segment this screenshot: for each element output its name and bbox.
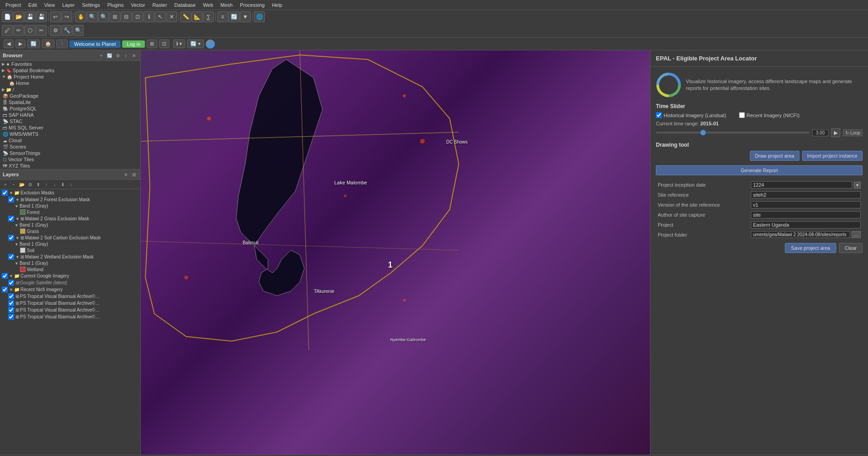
layer-nicfi-1-check[interactable]: [8, 293, 14, 299]
layer-soil-mask[interactable]: ▼ ⊞ Malawi 2 Soil Carbon Exclusion Mask: [0, 234, 140, 241]
tb2-3[interactable]: ⬡: [25, 25, 35, 36]
layer-nicfi-archive-3[interactable]: ⊞ PS Tropical Visual Biannual Archive©…: [0, 307, 140, 313]
version-input[interactable]: [751, 201, 861, 208]
browser-item-geopackage[interactable]: 📦 GeoPackage: [0, 93, 140, 99]
menu-layer[interactable]: Layer: [59, 2, 79, 8]
browser-item-slash[interactable]: ▶ 📁 /: [0, 86, 140, 93]
author-input[interactable]: [751, 211, 861, 218]
layer-soil-band[interactable]: ▼ Band 1 (Gray): [0, 241, 140, 247]
layer-google-check[interactable]: [2, 273, 8, 279]
browser-item-postgresql[interactable]: 🐘 PostgreSQL: [0, 105, 140, 112]
layer-collapse-btn[interactable]: ↕: [67, 181, 74, 188]
tb-zoom-out[interactable]: 🔍: [98, 11, 109, 22]
layer-forest-mask[interactable]: ▼ ⊞ Malawi 2 Forest Exclusion Mask: [0, 196, 140, 203]
browser-add-btn[interactable]: +: [98, 52, 105, 59]
browser-item-vector-tiles[interactable]: ⬡ Vector Tiles: [0, 156, 140, 163]
historical-imagery-check[interactable]: [656, 112, 662, 118]
browser-item-home[interactable]: 🏠 Home: [0, 80, 140, 86]
tb-open[interactable]: 📂: [13, 11, 24, 22]
layer-top-btn[interactable]: ⬆: [35, 181, 42, 188]
tb-save[interactable]: 💾: [25, 11, 35, 22]
nav-more[interactable]: ⋮: [56, 40, 68, 48]
browser-collapse-btn[interactable]: ↕: [122, 52, 129, 59]
map-canvas[interactable]: Lake Malombe DC Shows Balimuli TAkurenie…: [141, 50, 650, 455]
tb-pan[interactable]: ✋: [75, 11, 86, 22]
inception-date-dropdown[interactable]: ▾: [854, 182, 861, 188]
layer-nicfi-4-check[interactable]: [8, 314, 14, 320]
menu-processing[interactable]: Processing: [236, 2, 268, 8]
tb-redo[interactable]: ↪: [61, 11, 72, 22]
nav-refresh[interactable]: 🔄: [27, 40, 40, 48]
nav-info[interactable]: ℹ ▾: [173, 40, 185, 48]
recent-imagery-label[interactable]: Recent Imagery (NICFI): [739, 112, 800, 118]
import-project-instance-btn[interactable]: Import project instance: [802, 151, 863, 161]
layer-up-btn[interactable]: ↑: [43, 181, 50, 188]
tb-field-calc[interactable]: ∑: [203, 11, 214, 22]
draw-project-area-btn[interactable]: Draw project area: [750, 151, 799, 161]
nav-btn2[interactable]: ⊞: [147, 40, 157, 48]
menu-settings[interactable]: Settings: [78, 2, 104, 8]
tb-more1[interactable]: ▼: [240, 11, 251, 22]
browser-item-xyz-tiles[interactable]: 🗺 XYZ Tiles: [0, 163, 140, 169]
login-button[interactable]: Log in: [122, 40, 145, 48]
project-folder-input[interactable]: [751, 231, 850, 238]
browser-close-btn[interactable]: ✕: [130, 52, 138, 59]
tb-identify[interactable]: ℹ: [144, 11, 154, 22]
project-input[interactable]: [751, 221, 861, 228]
tb-zoom-in[interactable]: 🔍: [87, 11, 98, 22]
layer-nicfi-imagery[interactable]: ▼ 📁 Recent Nicfi Imagery: [0, 286, 140, 293]
tb-zoom-sel[interactable]: ⊡: [132, 11, 143, 22]
folder-browse-btn[interactable]: …: [852, 231, 861, 238]
map-area[interactable]: Lake Malombe DC Shows Balimuli TAkurenie…: [141, 50, 650, 455]
layers-float-btn[interactable]: ⊞: [130, 171, 138, 178]
tb2-5[interactable]: ⚙: [50, 25, 61, 36]
tb2-6[interactable]: 🔧: [61, 25, 72, 36]
tb-undo[interactable]: ↩: [50, 11, 61, 22]
layer-google-imagery[interactable]: ▼ 📁 Current Google Imagery: [0, 273, 140, 279]
play-button[interactable]: ▶: [831, 128, 840, 137]
site-reference-input[interactable]: [751, 191, 861, 198]
browser-item-favorites[interactable]: ▶ ★ Favorites: [0, 61, 140, 67]
layer-bottom-btn[interactable]: ⬇: [59, 181, 66, 188]
menu-plugins[interactable]: Plugins: [104, 2, 127, 8]
historical-imagery-label[interactable]: Historical Imagery (Landsat): [656, 112, 726, 118]
browser-item-project-home[interactable]: ▼ 🏠 Project Home: [0, 74, 140, 80]
browser-item-spatialite[interactable]: 🗄 SpatiaLite: [0, 99, 140, 105]
layer-nicfi-archive-4[interactable]: ⊞ PS Tropical Visual Biannual Archive©…: [0, 313, 140, 320]
layer-forest-band[interactable]: ▼ Band 1 (Gray): [0, 203, 140, 209]
menu-edit[interactable]: Edit: [25, 2, 40, 8]
layer-wetland-band[interactable]: ▼ Band 1 (Gray): [0, 260, 140, 266]
layer-nicfi-3-check[interactable]: [8, 307, 14, 313]
browser-item-sensorthings[interactable]: 📡 SensorThings: [0, 150, 140, 156]
browser-refresh-btn[interactable]: 🔄: [106, 52, 113, 59]
browser-item-cloud[interactable]: ☁ Cloud: [0, 137, 140, 144]
generate-report-btn[interactable]: Generate Report: [656, 165, 863, 175]
layer-google-satellite-check[interactable]: [8, 280, 14, 286]
loop-button[interactable]: ↻ Loop: [843, 129, 863, 136]
browser-item-scenes[interactable]: 🎬 Scenes: [0, 144, 140, 150]
menu-help[interactable]: Help: [268, 2, 286, 8]
tb-zoom-full[interactable]: ⊞: [109, 11, 120, 22]
layer-down-btn[interactable]: ↓: [51, 181, 58, 188]
tb-measure2[interactable]: 📐: [192, 11, 203, 22]
tb-zoom-layer[interactable]: ⊟: [121, 11, 132, 22]
tb2-locator[interactable]: 🔍: [73, 25, 84, 36]
tb-layers[interactable]: ≡: [217, 11, 228, 22]
browser-item-bookmarks[interactable]: ▶ 🔖 Spatial Bookmarks: [0, 67, 140, 74]
layer-soil-check[interactable]: [8, 235, 14, 241]
layers-close-btn[interactable]: ✕: [122, 171, 129, 178]
tb-select[interactable]: ↖: [155, 11, 166, 22]
menu-project[interactable]: Project: [2, 2, 25, 8]
inception-date-input[interactable]: [751, 181, 852, 188]
menu-database[interactable]: Database: [171, 2, 199, 8]
browser-item-sap-hana[interactable]: 🗃 SAP HANA: [0, 112, 140, 118]
layer-exclusion-masks-check[interactable]: [2, 190, 8, 196]
time-range-slider[interactable]: [656, 132, 809, 134]
layer-wetland-mask[interactable]: ▼ ⊞ Malawi 2 Wetland Exclusion Mask: [0, 253, 140, 260]
menu-mesh[interactable]: Mesh: [217, 2, 236, 8]
layer-open-btn[interactable]: 📂: [18, 181, 25, 188]
nav-sync[interactable]: 🔄 ▾: [187, 40, 204, 48]
tb-save-as[interactable]: 💾: [36, 11, 47, 22]
tb-globe[interactable]: 🌐: [254, 11, 265, 22]
layer-add-btn[interactable]: +: [2, 181, 9, 188]
